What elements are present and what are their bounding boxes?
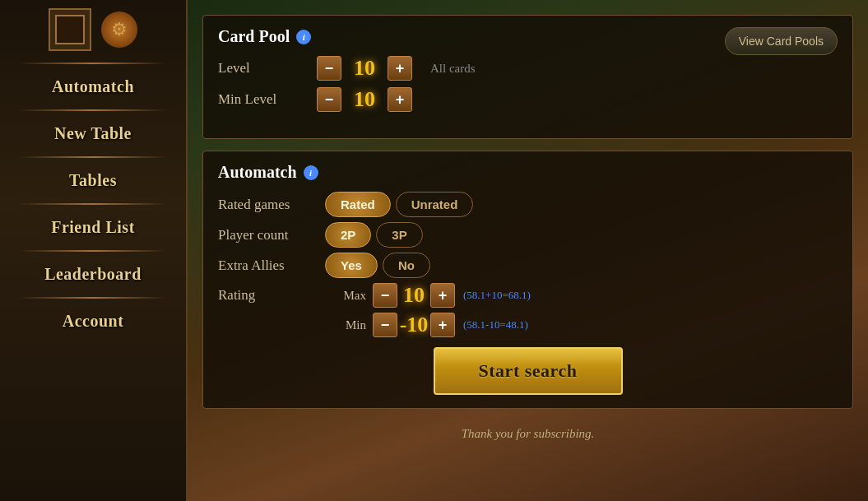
level-label: Level: [218, 60, 317, 77]
yes-button[interactable]: Yes: [325, 253, 378, 278]
automatch-title: Automatch i: [218, 163, 838, 182]
sidebar-top: ⚙: [49, 8, 137, 51]
start-search-button[interactable]: Start search: [434, 347, 623, 395]
all-cards-label: All cards: [430, 62, 476, 76]
gear-icon[interactable]: ⚙: [101, 12, 137, 48]
sidebar-item-friend-list[interactable]: Friend List: [0, 206, 186, 248]
level-minus-btn[interactable]: −: [317, 56, 341, 81]
automatch-panel: Automatch i Rated games Rated Unrated Pl…: [202, 151, 853, 409]
avatar-inner: [55, 15, 85, 44]
card-pool-title-text: Card Pool: [218, 27, 290, 46]
2p-button[interactable]: 2P: [325, 222, 371, 248]
player-count-label: Player count: [218, 227, 325, 244]
rating-max-formula: (58.1+10=68.1): [463, 289, 531, 302]
extra-allies-label: Extra Allies: [218, 257, 325, 274]
min-level-label: Min Level: [218, 91, 317, 108]
view-card-pools-button[interactable]: View Card Pools: [725, 27, 838, 55]
extra-allies-row: Extra Allies Yes No: [218, 253, 838, 278]
min-level-minus-btn[interactable]: −: [317, 87, 341, 112]
rating-label: Rating: [218, 287, 325, 304]
rating-min-plus-btn[interactable]: +: [430, 313, 455, 337]
main-content: Card Pool i Level − 10 + All cards: [188, 0, 868, 501]
rated-games-label: Rated games: [218, 197, 325, 213]
3p-button[interactable]: 3P: [376, 222, 422, 248]
rating-min-minus-btn[interactable]: −: [373, 313, 397, 337]
rated-games-row: Rated games Rated Unrated: [218, 192, 838, 217]
min-label: Min: [325, 318, 366, 332]
min-level-controls: − 10 +: [317, 87, 725, 112]
no-button[interactable]: No: [383, 253, 430, 278]
card-pool-panel: Card Pool i Level − 10 + All cards: [202, 15, 853, 139]
card-pool-title: Card Pool i: [218, 27, 725, 46]
level-row: Level − 10 + All cards: [218, 56, 725, 81]
player-count-row: Player count 2P 3P: [218, 222, 838, 248]
rating-max-row: Rating Max − 10 + (58.1+10=68.1): [218, 283, 838, 308]
divider-top: [19, 63, 168, 64]
extra-allies-toggle-group: Yes No: [325, 253, 430, 278]
sidebar-item-tables[interactable]: Tables: [0, 160, 186, 202]
panels-container: Card Pool i Level − 10 + All cards: [202, 15, 853, 441]
avatar: [49, 8, 91, 51]
divider-2: [19, 156, 168, 158]
rating-max-plus-btn[interactable]: +: [430, 283, 455, 308]
automatch-title-text: Automatch: [218, 163, 297, 182]
rating-min-row: Min − -10 + (58.1-10=48.1): [218, 313, 838, 337]
rating-min-formula: (58.1-10=48.1): [463, 318, 528, 332]
sidebar-item-automatch[interactable]: Automatch: [0, 66, 186, 108]
unrated-button[interactable]: Unrated: [396, 192, 474, 217]
divider-5: [19, 297, 168, 299]
min-level-row: Min Level − 10 +: [218, 87, 725, 112]
sidebar-item-leaderboard[interactable]: Leaderboard: [0, 253, 186, 295]
rating-max-minus-btn[interactable]: −: [373, 283, 397, 308]
automatch-info-icon[interactable]: i: [304, 165, 318, 180]
divider-4: [19, 250, 168, 252]
card-pool-info-icon[interactable]: i: [296, 30, 311, 44]
rating-min-value: -10: [397, 313, 430, 337]
min-level-plus-btn[interactable]: +: [388, 87, 412, 112]
sidebar: ⚙ Automatch New Table Tables Friend List…: [0, 0, 188, 501]
min-level-value: 10: [348, 87, 381, 112]
player-count-toggle-group: 2P 3P: [325, 222, 423, 248]
divider-1: [19, 109, 168, 111]
divider-3: [19, 203, 168, 205]
card-pool-left: Card Pool i Level − 10 + All cards: [218, 27, 725, 118]
rating-max-value: 10: [397, 283, 430, 308]
level-value: 10: [348, 56, 381, 81]
card-pool-header: Card Pool i Level − 10 + All cards: [218, 27, 838, 118]
thank-you-text: Thank you for subscribing.: [202, 427, 853, 441]
max-label: Max: [325, 289, 366, 303]
automatch-rows: Rated games Rated Unrated Player count 2…: [218, 192, 838, 337]
rated-toggle-group: Rated Unrated: [325, 192, 473, 217]
sidebar-item-account[interactable]: Account: [0, 300, 186, 342]
level-plus-btn[interactable]: +: [388, 56, 412, 81]
sidebar-item-new-table[interactable]: New Table: [0, 113, 186, 155]
rated-button[interactable]: Rated: [325, 192, 391, 217]
level-controls: − 10 + All cards: [317, 56, 725, 81]
